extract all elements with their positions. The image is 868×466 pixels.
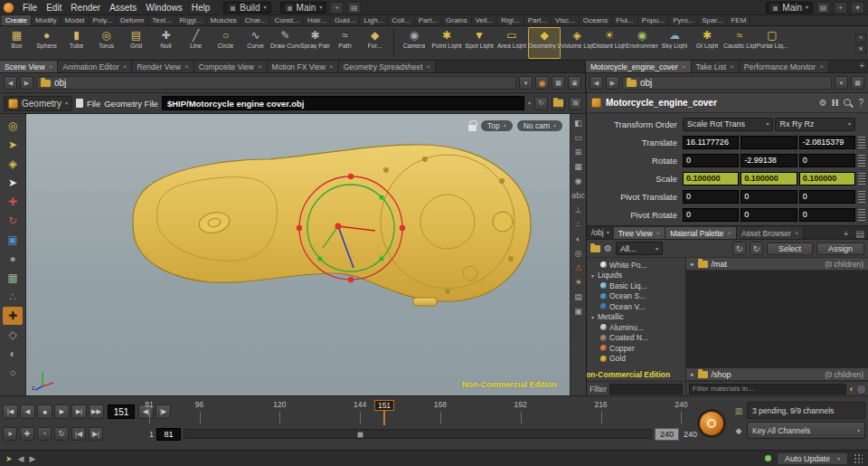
tool-spot-light[interactable]: ▼ Spot Light — [463, 27, 495, 59]
menu-help[interactable]: Help — [187, 2, 215, 14]
step-forward-button[interactable]: ▶| — [71, 404, 87, 419]
material-group-liquids[interactable]: Liquids — [587, 271, 685, 281]
mat-context-row[interactable]: ▸ /mat (0 children) — [686, 258, 868, 271]
tab-close-icon[interactable]: × — [123, 62, 127, 71]
key-all-channels-dropdown[interactable]: Key All Channels ▾ — [747, 422, 865, 439]
tool-sphere[interactable]: ● Sphere — [32, 27, 61, 59]
param-field-z[interactable]: 0 — [799, 190, 855, 204]
tool-caustic-light[interactable]: ≈ Caustic Light — [723, 27, 756, 59]
select-geometry-icon[interactable]: ◈ — [3, 155, 23, 173]
tool-volume-light[interactable]: ◈ Volume Light — [561, 27, 593, 59]
viewport-display-options-icon[interactable]: ▤ — [571, 290, 585, 303]
shelf-tab-particles[interactable]: Part... — [415, 15, 442, 25]
tab-geometry-spreadsheet[interactable]: Geometry Spreadsheet × — [339, 61, 437, 72]
playbar-arrow-icon[interactable]: ➤ — [3, 427, 17, 441]
chevron-down-icon[interactable]: ▾ — [528, 100, 531, 106]
tab-close-icon[interactable]: × — [795, 229, 799, 237]
nav-forward-button[interactable]: ▶ — [606, 76, 619, 90]
prev-range-button[interactable]: |◀ — [71, 427, 86, 441]
next-range-button[interactable]: ▶| — [89, 427, 103, 441]
param-field-y[interactable]: 0 — [741, 208, 797, 222]
shelf-tab-grains[interactable]: Grains — [442, 15, 472, 25]
tab-asset-browser[interactable]: Asset Browser × — [737, 227, 804, 239]
palette-view-icon[interactable]: ◎ — [857, 384, 865, 394]
geometry-file-input[interactable]: $HIP/Motorcycle engine cover.obj — [162, 96, 524, 110]
thumbnail-icon[interactable]: ▣ — [568, 76, 581, 90]
shelf-tab-sparse[interactable]: Spar... — [698, 15, 727, 25]
tool-torus[interactable]: ◎ Torus — [91, 27, 121, 59]
tool-environment-light[interactable]: ◉ Environment Light — [626, 27, 658, 59]
viewport-snapshot-icon[interactable]: ◉ — [571, 175, 585, 187]
camera-selector[interactable]: No cam ▾ — [517, 120, 562, 131]
shelf-tab-collisions[interactable]: Coll... — [388, 15, 414, 25]
tab-close-icon[interactable]: × — [730, 62, 734, 71]
range-end-field[interactable]: 240 — [655, 428, 679, 441]
viewport-shade-icon[interactable]: ◐ — [571, 233, 585, 245]
handles-tool-icon[interactable]: ✚ — [3, 307, 23, 325]
network-path-field[interactable]: obj — [36, 76, 516, 90]
expand-arrow-icon[interactable]: ▸ — [691, 261, 694, 268]
set-keyframe-button[interactable] — [698, 410, 725, 437]
tab-take-list[interactable]: Take List × — [692, 61, 740, 72]
toolbar-menu-icon[interactable]: ▤ — [569, 97, 582, 110]
shelf-tab-texture[interactable]: Text... — [148, 15, 175, 25]
material-network-empty-area[interactable] — [686, 271, 868, 368]
shelf-tab-modify[interactable]: Modify — [32, 15, 61, 25]
shelf-tab-fem[interactable]: FEM — [727, 15, 750, 25]
sticky-note-icon[interactable]: ◉ — [535, 76, 549, 90]
tab-composite-view[interactable]: Composite View × — [194, 61, 268, 72]
tool-camera[interactable]: ◉ Camera — [398, 27, 430, 59]
shelf-tab-constraints[interactable]: Const... — [270, 15, 304, 25]
param-field-z[interactable]: 0 — [799, 208, 855, 222]
tab-render-view[interactable]: Render View × — [132, 61, 193, 72]
shelf-tab-vellum[interactable]: Vell... — [472, 15, 498, 25]
tool-circle[interactable]: ○ Circle — [211, 27, 241, 59]
rotate-order-dropdown[interactable]: Rx Ry Rz ▾ — [775, 118, 855, 131]
tab-close-icon[interactable]: × — [819, 62, 824, 71]
tool-distant-light[interactable]: ☀ Distant Light — [593, 27, 626, 59]
play-backward-button[interactable]: ◀ — [20, 404, 35, 419]
viewport-single-view-icon[interactable]: ▭ — [571, 131, 585, 144]
visibility-icon[interactable]: ○ — [3, 364, 23, 382]
pointer-icon[interactable]: ➤ — [3, 174, 23, 192]
material-group-metallic[interactable]: Metallic — [587, 312, 685, 323]
add-pane-tab-button[interactable]: + — [855, 61, 868, 72]
menu-assets[interactable]: Assets — [105, 2, 141, 14]
add-pane-button[interactable]: + — [834, 2, 847, 14]
tool-box[interactable]: ▦ Box — [2, 27, 32, 59]
tool-point-light[interactable]: ✱ Point Light — [430, 27, 463, 59]
shaded-mode-icon[interactable]: ◐ — [3, 345, 23, 363]
shelf-tab-muscles[interactable]: Muscles — [207, 15, 241, 25]
tool-draw-curve[interactable]: ✎ Draw Curve — [270, 27, 300, 59]
range-slider-handle[interactable] — [357, 432, 363, 438]
status-back-icon[interactable]: ◀ — [18, 454, 24, 463]
rotate-tool-icon[interactable]: ↻ — [3, 212, 23, 230]
update-mode-dropdown[interactable]: Auto Update ▾ — [777, 452, 848, 465]
menubar-more-icon[interactable]: ▾ — [851, 2, 864, 14]
range-start-field[interactable]: 81 — [156, 428, 181, 441]
path-dropdown-icon[interactable]: ▾ — [835, 76, 848, 90]
value-ladder-icon[interactable] — [858, 173, 865, 185]
tab-close-icon[interactable]: × — [258, 62, 262, 71]
tab-motorcycle-engine-cover[interactable]: Motorcycle_engine_cover × — [586, 61, 692, 72]
jump-to-end-button[interactable]: ▶▶ — [89, 404, 104, 419]
value-ladder-icon[interactable] — [858, 155, 865, 166]
sync-icon[interactable]: ↻ — [750, 242, 763, 255]
search-icon[interactable] — [843, 98, 854, 109]
viewport-warning-icon[interactable]: ⚠ — [571, 262, 585, 274]
param-field-z[interactable]: 0.100000 — [799, 172, 855, 185]
nav-back-button[interactable]: ◀ — [4, 76, 17, 90]
shelf-tab-hair[interactable]: Hair... — [304, 15, 331, 25]
viewport-points-icon[interactable]: ∴ — [571, 218, 585, 231]
menu-windows[interactable]: Windows — [141, 2, 187, 14]
tool-tube[interactable]: ▮ Tube — [61, 27, 91, 59]
tab-material-palette[interactable]: Material Palette × — [665, 227, 737, 239]
material-coated-nickel[interactable]: Coated N... — [587, 333, 685, 344]
snap-point-icon[interactable]: ∴ — [3, 288, 23, 306]
material-gold[interactable]: Gold — [587, 354, 685, 365]
viewport-grid-icon[interactable]: ▦ — [571, 160, 585, 173]
material-white-porcelain[interactable]: White Po... — [587, 260, 685, 271]
add-pane-tab-button[interactable]: + — [840, 229, 853, 239]
resize-grip[interactable] — [854, 453, 863, 464]
tab-close-icon[interactable]: × — [427, 62, 431, 71]
